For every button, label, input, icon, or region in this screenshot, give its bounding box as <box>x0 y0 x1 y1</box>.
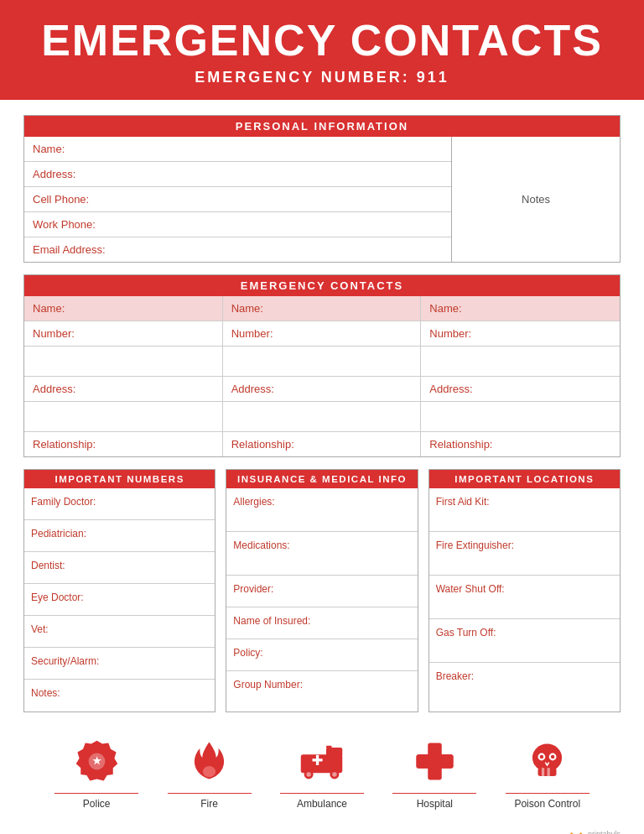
ins-medications: Medications: <box>226 532 417 576</box>
ins-group-number: Group Number: <box>226 671 417 703</box>
poison-icon <box>524 736 570 786</box>
poison-line <box>506 793 589 794</box>
ins-policy: Policy: <box>226 639 417 671</box>
field-cell-phone: Cell Phone: <box>24 187 451 212</box>
personal-fields: Name: Address: Cell Phone: Work Phone: E… <box>24 137 452 262</box>
num-vet: Vet: <box>24 616 215 648</box>
personal-info-header: PERSONAL INFORMATION <box>24 116 620 137</box>
ins-insured-name: Name of Insured: <box>226 607 417 639</box>
svg-rect-11 <box>326 745 332 748</box>
police-icon: ★ <box>74 736 120 786</box>
num-security: Security/Alarm: <box>24 648 215 680</box>
emergency-contacts-header: EMERGENCY CONTACTS <box>24 275 620 296</box>
personal-info-table: Name: Address: Cell Phone: Work Phone: E… <box>24 137 620 262</box>
svg-text:★: ★ <box>92 754 101 766</box>
svg-point-6 <box>307 772 312 777</box>
fire-line <box>168 793 252 794</box>
svg-rect-4 <box>326 748 342 757</box>
field-email: Email Address: <box>24 237 451 262</box>
ec-col-1: Name: Number: Address: Relationship: <box>24 296 223 456</box>
svg-point-8 <box>333 772 338 777</box>
main-content: PERSONAL INFORMATION Name: Address: Cell… <box>0 100 644 830</box>
three-columns: IMPORTANT NUMBERS Family Doctor: Pediatr… <box>23 469 621 712</box>
ec2-blank <box>223 347 421 377</box>
ec1-blank <box>24 347 222 377</box>
important-locations-header: IMPORTANT LOCATIONS <box>429 470 620 488</box>
svg-point-15 <box>532 743 562 771</box>
footer-brand: 🔸🔸 printabuls <box>0 830 644 834</box>
page-title: EMERGENCY CONTACTS <box>8 18 636 62</box>
ec-col-3: Name: Number: Address: Relationship: <box>421 296 620 456</box>
ec3-blank <box>421 347 620 377</box>
hospital-icon-item: Hospital <box>392 736 476 810</box>
ec-col-2: Name: Number: Address: Relationship: <box>223 296 422 456</box>
emergency-contacts-section: EMERGENCY CONTACTS Name: Number: Address… <box>23 274 621 457</box>
svg-rect-22 <box>548 768 550 776</box>
important-numbers-header: IMPORTANT NUMBERS <box>24 470 215 488</box>
ec1-blank2 <box>24 402 222 432</box>
hospital-line <box>392 793 476 794</box>
ec3-name: Name: <box>421 296 620 321</box>
hospital-label: Hospital <box>417 798 453 810</box>
ec3-address: Address: <box>421 377 620 402</box>
num-family-doctor: Family Doctor: <box>24 488 215 520</box>
loc-fire-ext: Fire Extinguisher: <box>429 532 620 576</box>
ec1-relationship: Relationship: <box>24 432 222 456</box>
notes-area: Notes <box>452 137 620 262</box>
fire-label: Fire <box>200 798 218 810</box>
field-work-phone: Work Phone: <box>24 212 451 237</box>
svg-point-18 <box>540 754 543 758</box>
emergency-contacts-grid: Name: Number: Address: Relationship: Nam… <box>24 296 620 456</box>
emergency-number-value: 911 <box>417 69 449 86</box>
ec2-blank2 <box>223 402 421 432</box>
poison-icon-item: Poison Control <box>506 736 589 810</box>
insurance-header: INSURANCE & MEDICAL INFO <box>226 470 417 488</box>
ec3-relationship: Relationship: <box>421 432 620 456</box>
loc-gas-turn: Gas Turn Off: <box>429 619 620 663</box>
ec1-number: Number: <box>24 321 222 347</box>
ambulance-label: Ambulance <box>297 798 347 810</box>
police-line <box>55 793 138 794</box>
ec2-number: Number: <box>223 321 421 347</box>
hospital-icon <box>412 736 458 786</box>
num-pediatrician: Pediatrician: <box>24 520 215 552</box>
fire-icon-item: Fire <box>168 736 252 810</box>
field-name: Name: <box>24 137 451 162</box>
svg-rect-21 <box>542 768 544 776</box>
important-locations-section: IMPORTANT LOCATIONS First Aid Kit: Fire … <box>428 469 621 712</box>
svg-rect-14 <box>416 754 453 769</box>
emergency-number: EMERGENCY NUMBER: 911 <box>8 69 636 86</box>
ins-allergies: Allergies: <box>226 488 417 532</box>
num-notes: Notes: <box>24 680 215 712</box>
police-label: Police <box>83 798 111 810</box>
ins-provider: Provider: <box>226 576 417 607</box>
police-icon-item: ★ Police <box>55 736 138 810</box>
loc-first-aid: First Aid Kit: <box>429 488 620 532</box>
num-dentist: Dentist: <box>24 552 215 584</box>
notes-label: Notes <box>522 193 550 206</box>
icons-row: ★ Police Fire <box>23 727 621 821</box>
important-numbers-section: IMPORTANT NUMBERS Family Doctor: Pediatr… <box>23 469 216 712</box>
fire-icon <box>186 736 232 786</box>
ambulance-line <box>280 793 364 794</box>
loc-breaker: Breaker: <box>429 663 620 706</box>
insurance-section: INSURANCE & MEDICAL INFO Allergies: Medi… <box>226 469 418 712</box>
ec2-relationship: Relationship: <box>223 432 421 456</box>
ambulance-icon <box>299 736 345 786</box>
num-eye-doctor: Eye Doctor: <box>24 584 215 616</box>
ambulance-icon-item: Ambulance <box>280 736 364 810</box>
ec1-address: Address: <box>24 377 222 402</box>
ec3-number: Number: <box>421 321 620 347</box>
loc-water-shut: Water Shut Off: <box>429 576 620 619</box>
svg-rect-10 <box>316 754 319 764</box>
svg-point-2 <box>203 766 216 777</box>
emergency-number-label: EMERGENCY NUMBER: <box>195 69 410 86</box>
ec3-blank2 <box>421 402 620 432</box>
ec2-name: Name: <box>223 296 421 321</box>
page-header: EMERGENCY CONTACTS EMERGENCY NUMBER: 911 <box>0 0 644 100</box>
ec1-name: Name: <box>24 296 222 321</box>
field-address: Address: <box>24 162 451 187</box>
brand-label: 🔸🔸 printabuls <box>567 830 621 834</box>
personal-info-section: PERSONAL INFORMATION Name: Address: Cell… <box>23 115 621 263</box>
ec2-address: Address: <box>223 377 421 402</box>
